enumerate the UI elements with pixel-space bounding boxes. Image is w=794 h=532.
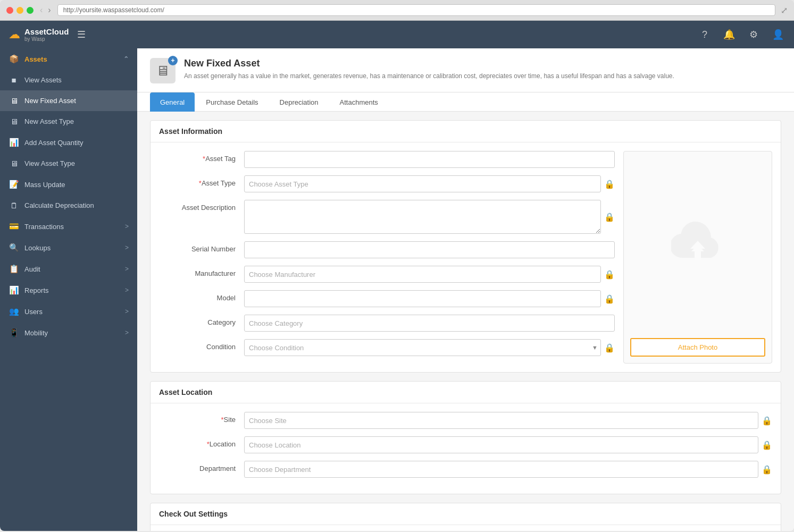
help-button[interactable]: ? (697, 27, 712, 42)
attach-photo-button[interactable]: Attach Photo (630, 338, 765, 357)
asset-description-input[interactable] (244, 200, 601, 234)
asset-type-control: 🔒 (244, 175, 615, 192)
site-row: *Site 🔒 (159, 412, 772, 429)
condition-control: Choose Condition ▼ 🔒 (244, 339, 615, 356)
asset-tag-label: *Asset Tag (159, 151, 244, 163)
sidebar-view-asset-type-label: View Asset Type (24, 159, 129, 167)
audit-chevron: > (125, 265, 129, 273)
sidebar-item-view-asset-type[interactable]: 🖥 View Asset Type (0, 153, 137, 174)
hamburger-button[interactable]: ☰ (77, 29, 86, 40)
site-label: *Site (159, 412, 244, 424)
reports-icon: 📊 (9, 285, 19, 295)
asset-tag-row: *Asset Tag (159, 151, 615, 168)
lookups-chevron: > (125, 244, 129, 251)
back-button[interactable]: ‹ (39, 5, 44, 15)
main-content: 🖥 + New Fixed Asset An asset generally h… (137, 48, 794, 531)
manufacturer-label: Manufacturer (159, 266, 244, 277)
address-bar[interactable]: http://yoursite.waspassetcloud.com/ (57, 4, 775, 16)
sidebar-calculate-depreciation-label: Calculate Depreciation (24, 201, 129, 209)
site-required: * (221, 416, 224, 424)
reports-chevron: > (125, 286, 129, 294)
tab-attachments[interactable]: Attachments (330, 92, 388, 112)
audit-icon: 📋 (9, 264, 19, 274)
sidebar-item-new-fixed-asset[interactable]: 🖥 New Fixed Asset (0, 90, 137, 111)
notifications-button[interactable]: 🔔 (722, 27, 737, 42)
location-input[interactable] (244, 436, 758, 453)
lookups-icon: 🔍 (9, 243, 19, 252)
app-wrapper: ☁ AssetCloud by Wasp ☰ ? 🔔 ⚙ 👤 📦 Assets … (0, 21, 794, 531)
tab-purchase-details[interactable]: Purchase Details (196, 92, 268, 112)
tab-general[interactable]: General (150, 92, 195, 112)
tab-depreciation[interactable]: Depreciation (270, 92, 329, 112)
close-traffic-light[interactable] (6, 7, 13, 14)
model-input[interactable] (244, 290, 601, 307)
upload-cloud-icon (671, 215, 724, 268)
category-input[interactable] (244, 315, 615, 332)
sidebar-item-view-assets[interactable]: ■ View Assets (0, 70, 137, 90)
asset-type-input[interactable] (244, 175, 601, 192)
asset-location-section: Asset Location *Site 🔒 (150, 381, 781, 494)
sidebar-transactions-label: Transactions (24, 223, 120, 231)
minimize-traffic-light[interactable] (16, 7, 23, 14)
sidebar-item-mass-update[interactable]: 📝 Mass Update (0, 174, 137, 195)
serial-number-input[interactable] (244, 241, 615, 258)
site-input[interactable] (244, 412, 758, 429)
user-button[interactable]: 👤 (771, 27, 785, 42)
photo-placeholder (661, 151, 735, 332)
manufacturer-lock-icon[interactable]: 🔒 (604, 269, 615, 280)
traffic-lights (6, 7, 34, 14)
view-asset-type-icon: 🖥 (9, 159, 19, 168)
page-description: An asset generally has a value in the ma… (184, 71, 674, 81)
settings-button[interactable]: ⚙ (746, 27, 761, 42)
sidebar-item-transactions[interactable]: 💳 Transactions > (0, 216, 137, 237)
condition-select[interactable]: Choose Condition (244, 339, 601, 356)
condition-lock-icon[interactable]: 🔒 (604, 343, 615, 353)
sidebar-item-mobility[interactable]: 📱 Mobility > (0, 322, 137, 343)
page-header: 🖥 + New Fixed Asset An asset generally h… (137, 48, 794, 92)
sidebar-item-new-asset-type[interactable]: 🖥 New Asset Type (0, 111, 137, 132)
calculate-depreciation-icon: 🗒 (9, 201, 19, 210)
asset-description-lock-icon[interactable]: 🔒 (604, 212, 615, 222)
logo-text-area: AssetCloud by Wasp (24, 27, 69, 42)
sidebar-item-lookups[interactable]: 🔍 Lookups > (0, 237, 137, 258)
asset-tag-required: * (203, 155, 205, 163)
sidebar-item-reports[interactable]: 📊 Reports > (0, 280, 137, 301)
app-body: 📦 Assets ⌃ ■ View Assets 🖥 New Fixed Ass… (0, 48, 794, 531)
asset-tag-input[interactable] (244, 151, 615, 168)
page-title: New Fixed Asset (184, 58, 674, 69)
department-input[interactable] (244, 461, 758, 478)
sidebar-item-calculate-depreciation[interactable]: 🗒 Calculate Depreciation (0, 195, 137, 216)
asset-description-label: Asset Description (159, 200, 244, 212)
model-lock-icon[interactable]: 🔒 (604, 294, 615, 304)
forward-button[interactable]: › (47, 5, 52, 15)
asset-information-body: *Asset Tag *Asset Type (151, 142, 781, 372)
checkout-settings-body: Set check out defaults (151, 525, 781, 531)
sidebar-new-asset-type-label: New Asset Type (24, 117, 129, 125)
new-asset-type-icon: 🖥 (9, 117, 19, 126)
site-lock-icon[interactable]: 🔒 (762, 416, 772, 426)
manufacturer-input[interactable] (244, 266, 601, 283)
model-row: Model 🔒 (159, 290, 615, 307)
category-row: Category (159, 315, 615, 332)
model-control: 🔒 (244, 290, 615, 307)
view-assets-icon: ■ (9, 75, 19, 85)
asset-form-grid: *Asset Tag *Asset Type (159, 151, 772, 364)
sidebar-item-users[interactable]: 👥 Users > (0, 301, 137, 322)
serial-number-row: Serial Number (159, 241, 615, 258)
mobility-icon: 📱 (9, 328, 19, 337)
site-control: 🔒 (244, 412, 772, 429)
asset-type-lock-icon[interactable]: 🔒 (604, 179, 615, 189)
department-lock-icon[interactable]: 🔒 (762, 465, 772, 475)
sidebar-item-add-asset-quantity[interactable]: 📊 Add Asset Quantity (0, 132, 137, 153)
form-area: Asset Information *Asset Tag (137, 112, 794, 531)
department-control: 🔒 (244, 461, 772, 478)
sidebar-item-audit[interactable]: 📋 Audit > (0, 258, 137, 280)
location-lock-icon[interactable]: 🔒 (762, 440, 772, 450)
sidebar-reports-label: Reports (24, 286, 120, 294)
sidebar-item-assets[interactable]: 📦 Assets ⌃ (0, 48, 137, 70)
logo-icon: ☁ (9, 28, 20, 41)
condition-row: Condition Choose Condition ▼ 🔒 (159, 339, 615, 356)
expand-button[interactable]: ⤢ (781, 5, 788, 15)
maximize-traffic-light[interactable] (27, 7, 34, 14)
asset-location-title: Asset Location (151, 382, 781, 403)
